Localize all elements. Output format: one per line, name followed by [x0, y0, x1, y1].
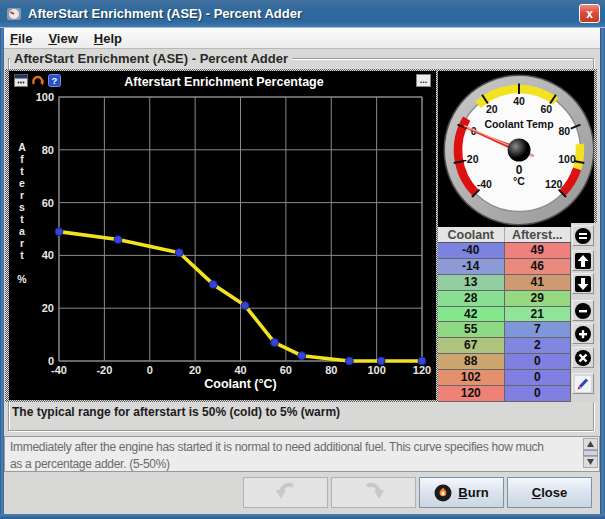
cell-afterstart[interactable]: 2 — [505, 338, 572, 354]
curve-point[interactable] — [271, 339, 279, 347]
y-axis-label-letter: a — [19, 225, 25, 237]
cell-afterstart[interactable]: 21 — [505, 307, 572, 323]
help-icon[interactable]: ? — [48, 74, 61, 87]
gauge-tick-label: 20 — [486, 103, 498, 115]
status-hint: The typical range for afterstart is 50% … — [12, 405, 340, 419]
curve-point[interactable] — [418, 357, 426, 365]
table-row: 880 — [438, 354, 571, 370]
x-axis-label: Coolant (°C) — [204, 377, 276, 391]
y-axis-label-letter: t — [20, 165, 24, 177]
y-tick-label: 100 — [36, 91, 54, 103]
column-header-afterstart: Afterst... — [505, 227, 572, 242]
title-bar: AfterStart Enrichment (ASE) - Percent Ad… — [0, 0, 605, 28]
description-panel: Immediately after the engine has started… — [4, 436, 600, 472]
cell-coolant[interactable]: 120 — [438, 386, 505, 402]
table-row: 672 — [438, 338, 571, 354]
group-title: AfterStart Enrichment (ASE) - Percent Ad… — [10, 51, 292, 66]
cell-afterstart[interactable]: 7 — [505, 322, 572, 338]
curve-point[interactable] — [114, 236, 122, 244]
gauge-tick-label: 80 — [558, 125, 570, 137]
decrement-button[interactable] — [572, 273, 594, 294]
cell-afterstart[interactable]: 29 — [505, 291, 572, 307]
app-window: AfterStart Enrichment (ASE) - Percent Ad… — [0, 0, 605, 519]
cell-coolant[interactable]: -14 — [438, 259, 505, 275]
y-axis-label-letter: A — [18, 141, 26, 153]
y-axis-label-letter: t — [20, 213, 24, 225]
curve-point[interactable] — [377, 357, 385, 365]
y-tick-label: 60 — [42, 197, 54, 209]
close-window-button[interactable]: x — [579, 4, 600, 23]
x-tick-label: 80 — [325, 364, 337, 376]
burn-icon — [434, 484, 452, 502]
table-tools — [571, 223, 597, 402]
redo-button[interactable] — [331, 477, 416, 508]
cell-afterstart[interactable]: 0 — [505, 370, 572, 386]
window-border-bottom — [0, 514, 605, 519]
curve-value-table: Coolant Afterst... -4049-144613412829422… — [438, 227, 571, 402]
y-axis-label-letter: t — [20, 249, 24, 261]
curve-point[interactable] — [55, 228, 63, 236]
y-axis-label-letter: e — [19, 177, 25, 189]
coolant-gauge-panel: -40-20020406080100120Coolant Temp0°C — [438, 71, 594, 227]
add-button[interactable] — [572, 323, 594, 344]
curve-point[interactable] — [346, 357, 354, 365]
curve-editor-panel: -40-20020406080100120020406080100Afterst… — [5, 69, 597, 402]
scroll-down-button[interactable] — [583, 456, 598, 468]
cell-afterstart[interactable]: 46 — [505, 259, 572, 275]
curve-point[interactable] — [241, 302, 249, 310]
refresh-icon[interactable] — [31, 74, 45, 87]
cell-coolant[interactable]: 102 — [438, 370, 505, 386]
clear-button[interactable] — [572, 347, 594, 368]
table-row: -4049 — [438, 243, 571, 259]
y-axis-label-percent: % — [17, 273, 27, 285]
cell-coolant[interactable]: -40 — [438, 243, 505, 259]
description-line1: Immediately after the engine has started… — [10, 439, 586, 456]
gauge-tick-label: 60 — [540, 103, 552, 115]
burn-button[interactable]: Burn — [419, 477, 504, 508]
curve-point[interactable] — [298, 352, 306, 360]
cell-coolant[interactable]: 55 — [438, 322, 505, 338]
y-tick-label: 80 — [42, 144, 54, 156]
curve-chart[interactable]: -40-20020406080100120020406080100Afterst… — [9, 71, 436, 400]
menu-help[interactable]: Help — [94, 31, 122, 46]
cell-afterstart[interactable]: 0 — [505, 386, 572, 402]
y-tick-label: 20 — [42, 302, 54, 314]
chart-options-button[interactable]: ... — [416, 74, 431, 87]
cell-afterstart[interactable]: 0 — [505, 354, 572, 370]
curve-point[interactable] — [209, 281, 217, 289]
cell-coolant[interactable]: 28 — [438, 291, 505, 307]
undo-button[interactable] — [243, 477, 328, 508]
minus-icon — [574, 302, 592, 320]
popout-window-icon[interactable] — [14, 74, 28, 87]
app-icon — [6, 6, 22, 22]
chart-title: Afterstart Enrichment Percentage — [124, 75, 323, 89]
x-tick-label: 100 — [367, 364, 385, 376]
close-button[interactable]: Close — [507, 477, 592, 508]
burn-label: Burn — [458, 485, 488, 500]
subtract-button[interactable] — [572, 300, 594, 321]
x-tick-label: 40 — [234, 364, 246, 376]
table-row: 1200 — [438, 386, 571, 402]
menu-file[interactable]: File — [10, 31, 32, 46]
window-border-right — [600, 28, 605, 519]
curve-point[interactable] — [175, 249, 183, 257]
scroll-up-button[interactable] — [583, 438, 598, 450]
cell-coolant[interactable]: 13 — [438, 275, 505, 291]
cell-coolant[interactable]: 67 — [438, 338, 505, 354]
menu-view[interactable]: View — [48, 31, 77, 46]
table-row: 4221 — [438, 307, 571, 323]
cell-coolant[interactable]: 88 — [438, 354, 505, 370]
undo-icon — [272, 478, 300, 504]
y-axis-label-letter: r — [20, 189, 24, 201]
increment-button[interactable] — [572, 250, 594, 271]
set-equal-button[interactable] — [572, 225, 594, 246]
x-tick-label: 60 — [280, 364, 292, 376]
cell-afterstart[interactable]: 49 — [505, 243, 572, 259]
cell-afterstart[interactable]: 41 — [505, 275, 572, 291]
column-header-coolant: Coolant — [438, 227, 505, 242]
table-header: Coolant Afterst... — [438, 227, 571, 243]
pencil-icon — [574, 375, 592, 393]
cell-coolant[interactable]: 42 — [438, 307, 505, 323]
edit-button[interactable] — [572, 373, 594, 394]
description-scrollbar[interactable] — [583, 438, 598, 471]
